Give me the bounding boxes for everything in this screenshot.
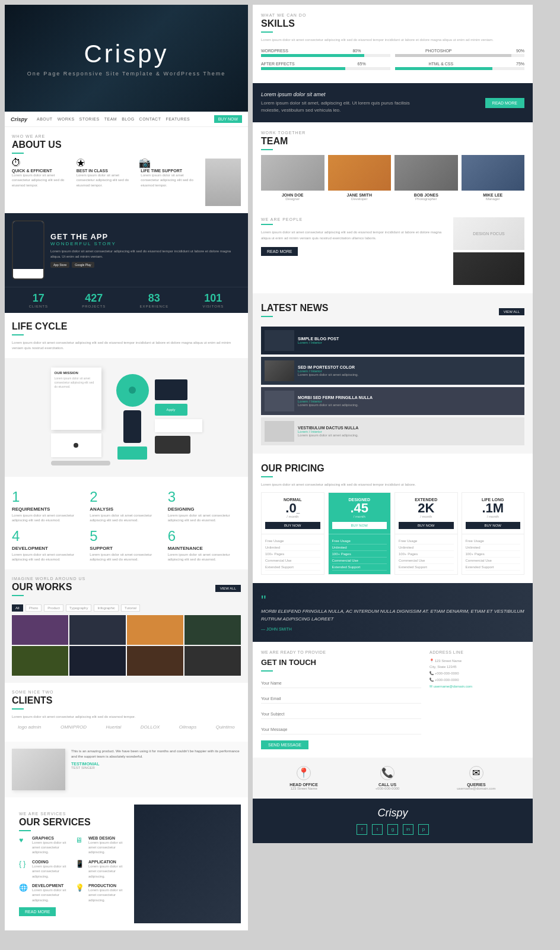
service-production-title: PRODUCTION xyxy=(88,884,127,888)
service-application: 📱 APPLICATION Lorem ipsum dolor sit amet… xyxy=(75,860,127,879)
team-name-1: JOHN DOE xyxy=(261,193,324,197)
social-pinterest[interactable]: p xyxy=(418,824,429,835)
we-are-images: DESIGN FOCUS xyxy=(453,217,524,285)
nav-features[interactable]: FEATURES xyxy=(166,117,190,121)
team-role-2: Developer xyxy=(328,197,392,201)
process-grid: 1 REQUIREMENTS Lorem ipsum dolor sit ame… xyxy=(12,489,241,562)
news-item-2[interactable]: SED IM PORTESTOT COLOR Lorem / Interior … xyxy=(261,357,524,385)
skill-html-pct: 75% xyxy=(516,62,524,66)
works-img-2[interactable] xyxy=(69,615,126,645)
callus-label: CALL US xyxy=(376,783,400,787)
contact-name-input[interactable] xyxy=(261,679,421,688)
nav-contact[interactable]: CONTACT xyxy=(139,117,161,121)
pricing-lifelong-button[interactable]: BUY NOW xyxy=(466,522,521,529)
works-img-4[interactable] xyxy=(184,615,241,645)
address-label: ADDRESS LINE xyxy=(429,650,524,654)
services-grid: ♥ GRAPHICS Lorem ipsum dolor sit amet co… xyxy=(19,836,127,903)
headoffice-sub: 123 Street Name xyxy=(289,787,317,790)
services-content: WE ARE SERVICES OUR SERVICES ♥ GRAPHICS … xyxy=(12,805,134,924)
stat-projects-label: PROJECTS xyxy=(82,305,106,308)
skill-aftereffects: AFTER EFFECTS 65% HTML & CSS 75% xyxy=(261,62,524,70)
news-title-3: MORBI SED FERM FRINGILLA NULLA xyxy=(298,395,521,400)
contact-message-input[interactable] xyxy=(261,725,421,734)
social-googleplus[interactable]: g xyxy=(387,824,398,835)
nav-blog[interactable]: BLOG xyxy=(122,117,134,121)
news-title-2: SED IM PORTESTOT COLOR xyxy=(298,365,521,369)
app-store-badge[interactable]: App Store xyxy=(50,262,69,268)
works-img-1[interactable] xyxy=(12,615,68,645)
news-info-2: SED IM PORTESTOT COLOR Lorem / Interior … xyxy=(298,365,521,376)
feature-2-text: Lorem ipsum dolor sit amet consectetur a… xyxy=(77,173,136,188)
nav-logo[interactable]: Crispy xyxy=(11,116,27,122)
skill-html-name: HTML & CSS xyxy=(428,62,453,66)
works-tab-infographic[interactable]: Infographic xyxy=(94,604,119,612)
nav-team[interactable]: TEAM xyxy=(104,117,117,121)
team-member-4: MIKE LEE Manager xyxy=(462,155,525,201)
team-divider xyxy=(261,149,273,150)
service-development-title: DEVELOPMENT xyxy=(32,884,71,888)
footer-headoffice: 📍 HEAD OFFICE 123 Street Name xyxy=(289,766,317,790)
news-meta-1: Lorem / Interior xyxy=(298,341,521,344)
works-img-3[interactable] xyxy=(127,615,183,645)
social-facebook[interactable]: f xyxy=(357,824,367,835)
service-development: 🌐 DEVELOPMENT Lorem ipsum dolor sit amet… xyxy=(19,884,71,902)
clients-divider xyxy=(12,708,24,710)
stat-visitors-num: 101 xyxy=(202,292,224,305)
google-play-badge[interactable]: Google Play xyxy=(72,262,94,268)
pricing-extended-price: 2K xyxy=(399,502,454,515)
works-img-7[interactable] xyxy=(127,646,183,676)
social-linkedin[interactable]: in xyxy=(403,824,413,835)
nav-stories[interactable]: STORIES xyxy=(79,117,100,121)
news-item-3[interactable]: MORBI SED FERM FRINGILLA NULLA Lorem / I… xyxy=(261,387,524,415)
nav-cta-button[interactable]: BUY NOW xyxy=(214,115,242,123)
mobile-icon: 📱 xyxy=(75,860,85,869)
process-3-text: Lorem ipsum dolor sit amet consectetur a… xyxy=(168,513,241,523)
pricing-lifelong-f1: Free Usage xyxy=(466,538,521,544)
works-tab-product[interactable]: Product xyxy=(44,604,63,612)
send-icon: ✉ xyxy=(469,766,483,780)
nav-about[interactable]: ABOUT xyxy=(37,117,53,121)
pricing-designed-button[interactable]: BUY NOW xyxy=(332,522,387,529)
pricing-normal-button[interactable]: BUY NOW xyxy=(265,522,320,529)
nav-works[interactable]: WORKS xyxy=(58,117,75,121)
news-item-1[interactable]: SIMPLE BLOG POST Lorem / Interior xyxy=(261,327,524,354)
service-graphics-title: GRAPHICS xyxy=(32,836,71,840)
service-production-text: Lorem ipsum dolor sit amet consectetur a… xyxy=(88,888,127,902)
cta-button[interactable]: READ MORE xyxy=(485,98,524,108)
works-img-8[interactable] xyxy=(184,646,241,676)
contact-section: WE ARE READY TO PROVIDE GET IN TOUCH SEN… xyxy=(253,642,533,758)
works-tab-tutorial[interactable]: Tutorial xyxy=(121,604,140,612)
news-view-all-button[interactable]: VIEW ALL xyxy=(499,308,524,315)
pricing-extended-button[interactable]: BUY NOW xyxy=(399,522,454,529)
news-title-1: SIMPLE BLOG POST xyxy=(298,337,521,341)
process-3-num: 3 xyxy=(168,489,241,505)
news-item-4[interactable]: VESTIBULUM DACTUS NULLA Lorem / Interior… xyxy=(261,417,524,445)
skill-wordpress-name: WORDPRESS xyxy=(261,49,288,53)
contact-email-input[interactable] xyxy=(261,694,421,704)
we-are-button[interactable]: READ MORE xyxy=(261,247,298,256)
process-2-title: ANALYSIS xyxy=(90,506,163,512)
services-row: WE ARE SERVICES OUR SERVICES ♥ GRAPHICS … xyxy=(12,805,241,924)
works-tab-photo[interactable]: Photo xyxy=(26,604,42,612)
works-tab-all[interactable]: All xyxy=(12,604,23,612)
contact-subject-input[interactable] xyxy=(261,710,421,719)
services-read-more-button[interactable]: READ MORE xyxy=(19,907,56,916)
pricing-designed-f5: Extended Support xyxy=(332,564,387,571)
news-items: SIMPLE BLOG POST Lorem / Interior SED IM… xyxy=(261,327,524,445)
address-email: ✉ username@domain.com xyxy=(429,683,524,690)
works-view-all-button[interactable]: VIEW ALL xyxy=(215,585,241,592)
pricing-designed-f2: Unlimited xyxy=(332,544,387,551)
testimonial-section: This is an amazing product. We have been… xyxy=(5,742,248,797)
social-twitter[interactable]: t xyxy=(372,824,383,835)
works-tab-typography[interactable]: Typography xyxy=(66,604,91,612)
news-header: LATEST NEWS VIEW ALL xyxy=(261,302,524,322)
works-img-6[interactable] xyxy=(69,646,126,676)
contact-submit-button[interactable]: SEND MESSAGE xyxy=(261,740,308,749)
works-img-5[interactable] xyxy=(12,646,68,676)
team-photo-1 xyxy=(261,155,324,191)
code-icon: { } xyxy=(19,860,28,869)
works-tabs: All Photo Product Typography Infographic… xyxy=(12,604,241,612)
pricing-lifelong-f4: Commercial Use xyxy=(466,558,521,564)
stationery-image: DESIGN FOCUS xyxy=(453,217,524,250)
pricing-section: OUR PRICING Lorem ipsum dolor sit amet c… xyxy=(253,454,533,583)
